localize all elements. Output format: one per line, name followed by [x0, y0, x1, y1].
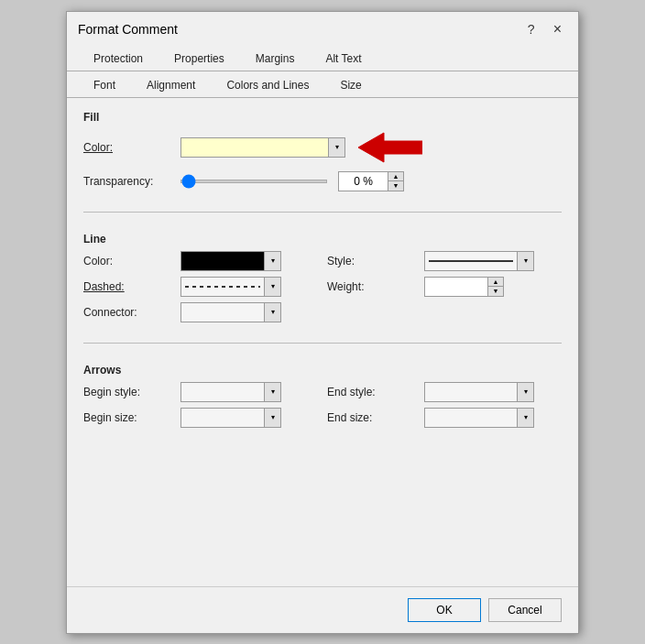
fill-color-dropdown[interactable]: ▾ — [180, 137, 345, 158]
begin-size-arrow-icon: ▾ — [271, 413, 275, 421]
fill-section: Fill Color: ▾ Transparenc — [83, 111, 562, 197]
svg-marker-0 — [358, 133, 422, 162]
line-section-label: Line — [83, 233, 562, 246]
line-style-row: Style: ▾ — [327, 251, 562, 271]
line-color-row: Color: ▾ — [83, 251, 318, 271]
line-style-label: Style: — [327, 255, 419, 267]
line-color-dropdown[interactable]: ▾ — [180, 251, 281, 271]
line-weight-value[interactable]: 0,75 pt — [424, 277, 488, 297]
end-style-label: End style: — [327, 386, 419, 398]
line-section: Line Color: ▾ — [83, 233, 562, 328]
tab-alignment[interactable]: Alignment — [131, 73, 211, 97]
end-style-dropdown[interactable]: ▾ — [424, 382, 534, 402]
dialog-body: Fill Color: ▾ Transparenc — [67, 98, 578, 586]
fill-line-divider — [83, 212, 562, 213]
end-size-row: End size: ▾ — [327, 408, 562, 428]
end-size-arrow[interactable]: ▾ — [517, 409, 533, 427]
line-arrows-divider — [83, 343, 562, 344]
line-color-swatch — [181, 252, 264, 270]
title-bar-controls: ? × — [522, 19, 567, 39]
connector-arrow-icon: ▾ — [271, 308, 275, 316]
dialog-title: Format Comment — [78, 22, 522, 37]
line-fields-two-col: Color: ▾ Dashed: — [83, 251, 562, 328]
tab-alt-text[interactable]: Alt Text — [310, 47, 377, 71]
red-arrow-icon — [358, 129, 422, 166]
arrow-annotation — [358, 129, 422, 166]
line-connector-arrow[interactable]: ▾ — [264, 303, 280, 322]
begin-style-arrow-icon: ▾ — [271, 387, 275, 396]
tab-font[interactable]: Font — [78, 73, 131, 97]
line-dashed-row: Dashed: ▾ — [83, 277, 318, 297]
line-connector-dropdown[interactable]: ▾ — [180, 302, 281, 322]
line-dashed-arrow[interactable]: ▾ — [264, 278, 280, 296]
fill-transparency-row: Transparency: ▲ ▼ — [83, 171, 562, 191]
dropdown-arrow-icon: ▾ — [335, 143, 339, 151]
cancel-button[interactable]: Cancel — [488, 598, 562, 622]
line-style-dropdown[interactable]: ▾ — [424, 251, 534, 271]
end-size-arrow-icon: ▾ — [524, 413, 528, 421]
fill-section-label: Fill — [83, 111, 562, 124]
line-dashed-label: Dashed: — [83, 280, 175, 293]
fill-color-swatch — [181, 138, 328, 157]
arrows-section: Arrows Begin style: ▾ — [83, 364, 562, 433]
line-weight-spinner: 0,75 pt ▲ ▼ — [424, 277, 504, 297]
begin-style-label: Begin style: — [83, 386, 175, 398]
line-connector-label: Connector: — [83, 306, 175, 319]
end-style-row: End style: ▾ — [327, 382, 562, 402]
arrows-fields-two-col: Begin style: ▾ Begin size: — [83, 382, 562, 433]
transparency-value[interactable] — [338, 171, 388, 191]
tab-protection[interactable]: Protection — [78, 47, 159, 71]
line-style-arrow[interactable]: ▾ — [517, 252, 533, 270]
begin-style-dropdown[interactable]: ▾ — [180, 382, 281, 402]
end-size-label: End size: — [327, 411, 419, 424]
ok-button[interactable]: OK — [408, 598, 481, 622]
arrows-left-col: Begin style: ▾ Begin size: — [83, 382, 318, 433]
dashed-line-icon — [185, 286, 260, 288]
line-right-col: Style: ▾ Weight: — [327, 251, 562, 328]
fill-color-label: Color: — [83, 141, 175, 154]
end-style-arrow[interactable]: ▾ — [517, 383, 533, 401]
dashed-line-preview — [181, 286, 264, 288]
weight-down-button[interactable]: ▼ — [488, 287, 503, 296]
line-weight-row: Weight: 0,75 pt ▲ ▼ — [327, 277, 562, 297]
line-dropdown-arrow-icon: ▾ — [271, 257, 275, 265]
tab-margins[interactable]: Margins — [240, 47, 311, 71]
transparency-slider[interactable] — [180, 180, 327, 183]
fill-color-row: Color: ▾ — [83, 129, 562, 166]
style-arrow-icon: ▾ — [524, 257, 528, 265]
end-style-arrow-icon: ▾ — [524, 387, 528, 396]
begin-size-dropdown[interactable]: ▾ — [180, 408, 281, 428]
weight-up-button[interactable]: ▲ — [488, 278, 503, 288]
begin-size-label: Begin size: — [83, 411, 175, 424]
transparency-up-button[interactable]: ▲ — [388, 172, 403, 182]
title-bar: Format Comment ? × — [67, 12, 578, 43]
line-color-label: Color: — [83, 255, 175, 267]
transparency-spinner-buttons: ▲ ▼ — [388, 171, 404, 191]
style-line-preview — [425, 260, 517, 262]
line-color-dropdown-arrow[interactable]: ▾ — [264, 252, 280, 270]
begin-size-arrow[interactable]: ▾ — [264, 409, 280, 427]
arrows-right-col: End style: ▾ End size: — [327, 382, 562, 433]
style-line-icon — [429, 260, 513, 262]
help-button[interactable]: ? — [522, 20, 541, 38]
transparency-down-button[interactable]: ▼ — [388, 181, 403, 191]
dashed-arrow-icon: ▾ — [271, 282, 275, 290]
line-dashed-dropdown[interactable]: ▾ — [180, 277, 281, 297]
tabs-row-2: Font Alignment Colors and Lines Size — [67, 73, 578, 98]
begin-style-row: Begin style: ▾ — [83, 382, 318, 402]
format-comment-dialog: Format Comment ? × Protection Properties… — [66, 11, 579, 634]
transparency-spinner: ▲ ▼ — [338, 171, 404, 191]
line-left-col: Color: ▾ Dashed: — [83, 251, 318, 328]
end-size-dropdown[interactable]: ▾ — [424, 408, 534, 428]
tab-properties[interactable]: Properties — [159, 47, 240, 71]
close-button[interactable]: × — [548, 19, 567, 39]
tabs-row-1: Protection Properties Margins Alt Text — [67, 47, 578, 71]
tab-colors-and-lines[interactable]: Colors and Lines — [211, 73, 324, 97]
bottom-bar: OK Cancel — [67, 586, 578, 633]
fill-color-dropdown-arrow[interactable]: ▾ — [328, 138, 344, 157]
fill-transparency-label: Transparency: — [83, 175, 175, 188]
begin-size-row: Begin size: ▾ — [83, 408, 318, 428]
tab-size[interactable]: Size — [324, 73, 377, 97]
arrows-section-label: Arrows — [83, 364, 562, 377]
begin-style-arrow[interactable]: ▾ — [264, 383, 280, 401]
